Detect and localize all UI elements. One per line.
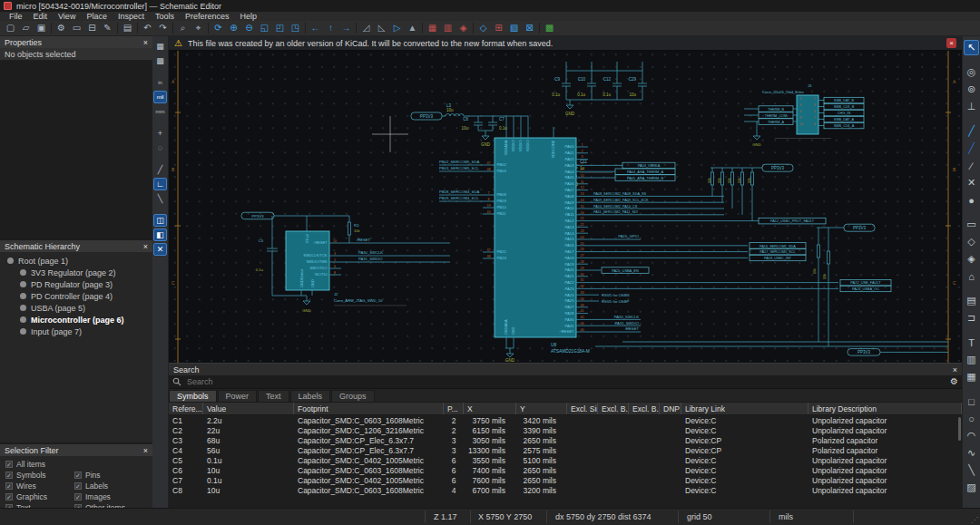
find-replace-icon[interactable]: ⌖ bbox=[191, 22, 206, 35]
table-row[interactable]: C222uCapacitor_SMD:C_1206_3216Metric2615… bbox=[169, 425, 962, 435]
hierarchy-item[interactable]: 3V3 Regulator (page 2) bbox=[0, 267, 152, 278]
hierarchy-navigator-icon[interactable]: ◺ bbox=[374, 22, 389, 35]
decoupling-cap-bank[interactable]: C90.1uC100.1uC120.1uC2910u GND bbox=[552, 62, 647, 116]
column-header[interactable]: Footprint bbox=[294, 403, 444, 414]
full-window-crosshair-icon[interactable]: + bbox=[153, 127, 167, 140]
rectangle-tool-icon[interactable]: □ bbox=[964, 394, 979, 409]
hierarchy-item[interactable]: Microcontroller (page 6) bbox=[0, 314, 152, 326]
circle-tool-icon[interactable]: ○ bbox=[964, 411, 979, 426]
symbol-editor-icon[interactable]: ◈ bbox=[456, 22, 471, 35]
tab-labels[interactable]: Labels bbox=[290, 390, 331, 402]
filter-all-items[interactable]: ✓All items bbox=[5, 460, 147, 469]
highlight-net-icon[interactable]: ▷ bbox=[389, 22, 405, 35]
column-header[interactable]: Library Description bbox=[808, 403, 962, 414]
zoom-fit-objects-icon[interactable]: ◰ bbox=[272, 22, 288, 35]
highlight-net-tool-icon[interactable]: ◎ bbox=[964, 64, 979, 80]
open-schematic-icon[interactable]: ▱ bbox=[18, 22, 34, 35]
close-icon[interactable]: × bbox=[143, 446, 148, 455]
schematic-canvas[interactable]: ⚠ This file was created by an older vers… bbox=[169, 36, 962, 508]
global-label-icon[interactable]: ◈ bbox=[964, 251, 979, 267]
table-row[interactable]: C810uCapacitor_SMD:C_0603_1608Metric4670… bbox=[169, 485, 962, 495]
gear-icon[interactable]: ⚙ bbox=[950, 377, 958, 386]
assign-footprints-icon[interactable]: ⊞ bbox=[491, 22, 506, 35]
plot-icon[interactable]: ✎ bbox=[100, 22, 115, 35]
table-row[interactable]: C70.1uCapacitor_SMD:C_0402_1005Metric676… bbox=[169, 475, 962, 485]
search-input[interactable] bbox=[185, 376, 946, 387]
pullup-resistor-bank[interactable]: PP3V3 10k10k10k10k10k bbox=[708, 164, 793, 220]
checkbox-checked-icon[interactable]: ✓ bbox=[5, 493, 13, 501]
menu-file[interactable]: File bbox=[4, 12, 28, 21]
main-ic-u8[interactable]: 1PA002PA013PA024PA039PA0410PA0511PA0612P… bbox=[483, 127, 590, 363]
bezier-tool-icon[interactable]: ∿ bbox=[964, 445, 979, 461]
filter-wires[interactable]: ✓Wires bbox=[5, 481, 74, 491]
place-symbol-icon[interactable]: ⊚ bbox=[964, 82, 979, 97]
checkbox-checked-icon[interactable]: ✓ bbox=[74, 472, 82, 479]
leave-sheet-icon[interactable]: ◿ bbox=[358, 22, 374, 35]
zoom-selection-icon[interactable]: ◳ bbox=[288, 22, 303, 35]
checkbox-checked-icon[interactable]: ✓ bbox=[74, 482, 82, 490]
column-header[interactable]: P... bbox=[444, 403, 464, 414]
directive-label-icon[interactable]: ◇ bbox=[964, 234, 979, 249]
new-schematic-icon[interactable]: ▢ bbox=[3, 22, 18, 35]
column-header[interactable]: Excl. Sim bbox=[567, 403, 598, 414]
erc-icon[interactable]: ▲ bbox=[405, 22, 420, 35]
undo-icon[interactable]: ↶ bbox=[140, 22, 155, 35]
filter-images[interactable]: ✓Images bbox=[74, 492, 147, 501]
hierarchy-item[interactable]: PD Regulator (page 3) bbox=[0, 278, 152, 290]
net-navigator-icon[interactable]: ◫ bbox=[153, 214, 167, 227]
place-power-port-icon[interactable]: ⊥ bbox=[964, 99, 979, 114]
update-pcb-icon[interactable]: ▩ bbox=[542, 22, 557, 35]
text-tool-icon[interactable]: T bbox=[964, 335, 979, 350]
show-grid-icon[interactable]: ▦ bbox=[153, 40, 167, 53]
hierarchical-sheet-icon[interactable]: ▤ bbox=[964, 293, 979, 308]
hierarchy-item[interactable]: PD Controller (page 4) bbox=[0, 290, 152, 302]
page-settings-icon[interactable]: ▭ bbox=[69, 22, 84, 35]
table-tool-icon[interactable]: ▦ bbox=[964, 369, 979, 384]
find-icon[interactable]: ⌕ bbox=[175, 22, 191, 35]
zoom-fit-icon[interactable]: ◱ bbox=[257, 22, 272, 35]
checkbox-checked-icon[interactable]: ✓ bbox=[5, 472, 13, 479]
tab-power[interactable]: Power bbox=[218, 390, 258, 402]
checkbox-checked-icon[interactable]: ✓ bbox=[5, 482, 13, 490]
close-icon[interactable]: × bbox=[143, 242, 148, 251]
menu-preferences[interactable]: Preferences bbox=[180, 12, 235, 21]
table-scrollbar[interactable] bbox=[958, 417, 961, 441]
grid-overrides-icon[interactable]: ▩ bbox=[153, 54, 167, 67]
tab-groups[interactable]: Groups bbox=[331, 390, 375, 402]
save-icon[interactable]: ▣ bbox=[34, 22, 49, 35]
column-header[interactable]: Y bbox=[516, 403, 567, 414]
filter-symbols[interactable]: ✓Symbols bbox=[5, 471, 74, 480]
table-row[interactable]: C50.1uCapacitor_SMD:C_0402_1005Metric635… bbox=[169, 455, 962, 465]
draw-bus-icon[interactable]: ╱ bbox=[964, 141, 979, 156]
zoom-in-icon[interactable]: ⊕ bbox=[226, 22, 241, 35]
edit-symbol-fields-icon[interactable]: ▥ bbox=[440, 22, 456, 35]
column-header[interactable]: Library Link bbox=[681, 403, 808, 414]
nav-back-icon[interactable]: ← bbox=[308, 22, 323, 35]
menu-view[interactable]: View bbox=[53, 12, 81, 21]
no-connect-flag-icon[interactable]: ✕ bbox=[964, 175, 979, 190]
symbol-browser-icon[interactable]: ◇ bbox=[475, 22, 491, 35]
filter-pins[interactable]: ✓Pins bbox=[74, 471, 147, 480]
show-hidden-pins-icon[interactable]: ◌ bbox=[153, 141, 167, 154]
bom-icon[interactable]: ▧ bbox=[506, 22, 522, 35]
close-icon[interactable]: × bbox=[953, 365, 957, 374]
arc-tool-icon[interactable]: ◠ bbox=[964, 428, 979, 443]
table-row[interactable]: C610uCapacitor_SMD:C_0603_1608Metric6740… bbox=[169, 465, 962, 475]
j2-swd-connector[interactable]: PP3V3 VTref ~RESET10SWDCLK/TCK4SWDIO/TMS… bbox=[241, 212, 450, 313]
paste-icon[interactable]: ▤ bbox=[120, 22, 135, 35]
schematic-setup-icon[interactable]: ⚙ bbox=[54, 22, 69, 35]
resize-grip[interactable]: ⋰ bbox=[971, 516, 978, 524]
table-row[interactable]: C12.2uCapacitor_SMD:C_0603_1608Metric237… bbox=[169, 415, 962, 425]
refresh-icon[interactable]: ⟳ bbox=[211, 22, 226, 35]
hierarchy-item[interactable]: Root (page 1) bbox=[0, 255, 152, 267]
checkbox-checked-icon[interactable]: ✓ bbox=[5, 461, 13, 468]
menu-place[interactable]: Place bbox=[81, 12, 113, 21]
sheet-pin-icon[interactable]: ⊐ bbox=[964, 310, 979, 326]
units-mils-icon[interactable]: mil bbox=[153, 91, 167, 103]
checkbox-checked-icon[interactable]: ✓ bbox=[74, 493, 82, 501]
pcb-editor-icon[interactable]: ⊠ bbox=[522, 22, 537, 35]
free-angle-wires-icon[interactable]: ╱ bbox=[153, 163, 167, 176]
print-icon[interactable]: ⊟ bbox=[84, 22, 100, 35]
column-header[interactable]: Excl. B... bbox=[598, 403, 629, 414]
properties-panel-toggle-icon[interactable]: ◧ bbox=[153, 228, 167, 241]
